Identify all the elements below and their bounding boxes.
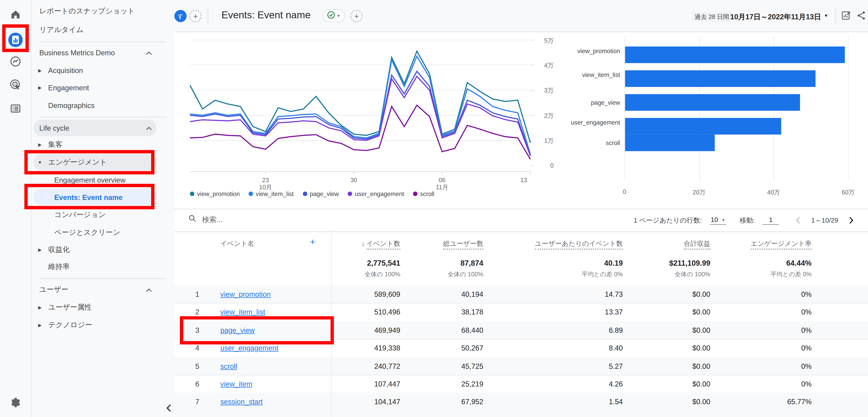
check-circle-icon [327,11,335,21]
legend-item-user_engagement: user_engagement [348,190,404,197]
reports-icon[interactable] [8,32,23,48]
add-column-button[interactable]: + [310,237,315,247]
bar-category-label: scroll [565,140,620,147]
header-divider [208,8,208,24]
event-name-link[interactable]: session_start [220,398,263,406]
rows-per-page-select[interactable]: 10 ▼ [710,216,726,225]
table-totals-row: 2,775,541全体の 100%87,874全体の 100%40.19平均との… [174,255,868,286]
totals-cell: 87,874全体の 100% [448,259,483,278]
table-row-partial [174,411,868,417]
sidebar-item-demographics[interactable]: Demographics [31,97,174,113]
add-comparison-button[interactable]: + [189,10,202,22]
event-name-link[interactable]: view_item_list [220,308,265,316]
collapse-drawer-button[interactable] [163,402,176,414]
row-value: 469,949 [374,326,400,334]
row-value: 104,147 [374,398,400,406]
sidebar-item-label: コンバージョン [31,210,106,220]
goto-page-label: 移動: [740,216,755,225]
sidebar-item--[interactable]: ▶テクノロジー [31,317,174,333]
sidebar-item--[interactable]: リアルタイム [31,22,174,38]
y-axis-tick [530,166,534,166]
row-rank: 2 [180,308,199,316]
next-page-icon[interactable] [846,215,856,225]
column-header[interactable]: 合計収益 [684,239,710,248]
bar-x-axis-label: 40万 [763,188,785,197]
line-chart: 01万2万3万4万5万2310月300611月13 [174,31,551,203]
sidebar-item-label: テクノロジー [31,320,92,330]
row-value: $0.00 [692,362,710,370]
prev-page-icon[interactable] [794,215,804,225]
y-axis-tick [530,40,534,40]
sidebar-item-engagement[interactable]: ▶Engagement [31,79,174,96]
date-range-selector[interactable]: 10月17日～2022年11月13日 [730,12,821,22]
row-value: 0% [801,344,812,352]
totals-sub-label: 全体の 100% [669,270,710,278]
sidebar-item-label: Life cycle [31,124,69,132]
sidebar-item--[interactable]: コンバージョン [31,206,174,223]
library-icon[interactable] [9,102,22,115]
column-header[interactable]: エンゲージメント率 [751,239,811,248]
sidebar-item-events-event-name[interactable]: Events: Event name [31,189,174,205]
legend-label: scroll [420,190,434,197]
sidebar-item--[interactable]: レポートのスナップショット [31,3,174,19]
share-icon[interactable] [856,10,867,21]
legend-dot-icon [413,191,417,196]
sidebar-item--[interactable]: ▶集客 [31,136,174,153]
row-value: $0.00 [692,308,710,316]
sidebar-item-label: 収益化 [31,245,70,255]
goto-page-input[interactable]: 1 [763,216,779,225]
sidebar-item--[interactable]: ▶ユーザー属性 [31,299,174,316]
sidebar-item--[interactable]: ページとスクリーン [31,224,174,241]
sidebar-item-business-metrics-demo[interactable]: Business Metrics Demo [31,44,174,61]
event-name-link[interactable]: user_engagement [220,344,278,352]
report-status-pill[interactable]: ▼ [323,9,345,22]
collapse-section-icon[interactable] [146,49,152,57]
column-header[interactable]: 総ユーザー数 [443,239,483,248]
chevron-down-icon: ▼ [337,14,341,18]
advertising-icon[interactable] [9,79,22,91]
sidebar-item--[interactable]: 維持率 [31,259,174,275]
legend-item-scroll: scroll [413,190,434,197]
explore-icon[interactable] [9,55,22,67]
column-header-label[interactable]: イベント数 [366,240,400,250]
column-header-label[interactable]: エンゲージメント率 [751,240,811,250]
row-value: 6.89 [609,326,623,334]
search-input[interactable] [201,215,314,224]
column-header-label[interactable]: 合計収益 [684,240,710,250]
column-header-label[interactable]: ユーザーあたりのイベント数 [535,240,623,250]
event-name-link[interactable]: scroll [220,362,237,370]
sidebar-item-label: ユーザー [31,285,68,295]
column-header-label[interactable]: 総ユーザー数 [443,240,483,250]
sidebar-item--[interactable]: ▶収益化 [31,241,174,258]
sidebar-item-life-cycle[interactable]: Life cycle [31,120,174,136]
date-caret-icon: ▼ [824,13,828,18]
collapse-section-icon[interactable] [146,124,152,132]
row-rank: 4 [180,344,199,352]
collapse-section-icon[interactable] [146,285,152,294]
column-header-event-name[interactable]: イベント名 [220,239,254,248]
totals-cell: 40.19平均との差 0% [582,259,623,278]
home-icon[interactable] [9,8,22,21]
table-search[interactable] [188,214,314,225]
add-report-tab-button[interactable]: + [350,10,363,22]
sidebar-item-acquisition[interactable]: ▶Acquisition [31,62,174,79]
line-series-page_view [190,71,530,155]
customize-report-icon[interactable] [840,10,851,21]
event-name-link[interactable]: view_promotion [220,290,271,298]
sidebar-item-engagement-overview[interactable]: Engagement overview [31,172,174,188]
totals-value: $211,109.99 [669,259,710,267]
bar-chart: 020万40万60万view_promotionview_item_listpa… [562,31,868,203]
table-row: 4user_engagement419,33850,2678.40$0.000% [174,339,868,357]
gear-icon[interactable] [9,396,22,409]
table-column-divider [331,231,332,417]
event-name-link[interactable]: view_item [220,380,252,388]
sidebar-item--[interactable]: ▼エンゲージメント [31,154,174,171]
column-header[interactable]: ユーザーあたりのイベント数 [535,239,623,248]
comparison-chip[interactable]: す [174,10,187,22]
event-name-link[interactable]: page_view [220,326,255,334]
sidebar-item-label: Engagement [31,83,89,91]
column-header[interactable]: ↓イベント数 [362,239,400,248]
row-value: 38,178 [461,308,483,316]
bar-view_item_list [625,70,815,87]
sidebar-item--[interactable]: ユーザー [31,281,174,298]
